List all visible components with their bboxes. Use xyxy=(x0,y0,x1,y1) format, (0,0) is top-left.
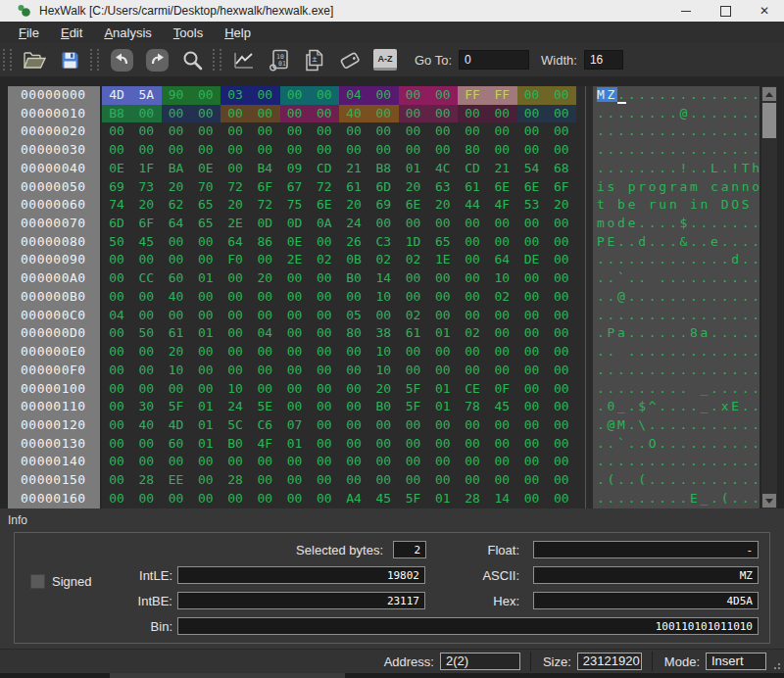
hex-byte[interactable]: 00 xyxy=(102,490,131,508)
hex-byte[interactable]: 20 xyxy=(162,178,191,197)
hex-byte[interactable]: 62 xyxy=(162,196,191,215)
hex-byte[interactable]: 00 xyxy=(102,122,131,141)
hex-byte[interactable]: 00 xyxy=(191,362,220,380)
hex-byte[interactable]: 00 xyxy=(191,105,220,123)
ascii-row[interactable]: .. ............. xyxy=(593,343,760,362)
hex-byte[interactable]: 00 xyxy=(250,86,279,105)
hex-byte[interactable]: 2E xyxy=(220,215,250,233)
hex-byte[interactable]: 26 xyxy=(339,233,368,252)
hex-byte[interactable]: 01 xyxy=(428,380,458,399)
hex-byte[interactable]: 00 xyxy=(220,453,250,471)
hex-byte[interactable]: 20 xyxy=(131,196,161,215)
hex-byte[interactable]: 00 xyxy=(310,380,339,399)
hex-byte[interactable]: 67 xyxy=(280,178,310,197)
hex-byte[interactable]: 01 xyxy=(428,490,458,508)
tags-button[interactable] xyxy=(337,47,363,73)
hex-byte[interactable]: 78 xyxy=(458,398,487,416)
hex-byte[interactable]: 00 xyxy=(280,471,310,490)
hex-byte[interactable]: 00 xyxy=(487,233,516,252)
hex-byte[interactable]: 00 xyxy=(280,490,310,508)
hex-byte[interactable]: 68 xyxy=(547,160,576,178)
hex-byte[interactable]: 00 xyxy=(280,343,310,362)
hex-byte[interactable]: 00 xyxy=(428,471,458,490)
hex-byte[interactable]: 61 xyxy=(458,178,487,197)
hex-byte[interactable]: A4 xyxy=(339,490,368,508)
hex-byte[interactable]: 00 xyxy=(428,435,458,454)
hex-byte[interactable]: 00 xyxy=(220,324,250,343)
hex-byte[interactable]: 10 xyxy=(487,269,516,288)
address-field[interactable]: 2(2) xyxy=(440,653,520,670)
hex-byte[interactable]: 00 xyxy=(517,122,547,141)
hex-byte[interactable]: 00 xyxy=(102,251,131,269)
ascii-row[interactable]: t be run in DOS xyxy=(593,196,760,215)
hex-byte[interactable]: 45 xyxy=(131,233,161,252)
mode-field[interactable]: Insert xyxy=(706,653,766,670)
hex-byte[interactable]: 65 xyxy=(191,215,220,233)
scroll-down-button[interactable] xyxy=(762,494,776,508)
hex-byte[interactable]: 00 xyxy=(428,105,458,123)
hex-byte[interactable]: 00 xyxy=(220,122,250,141)
hex-byte[interactable]: 00 xyxy=(368,435,398,454)
hex-byte[interactable]: 00 xyxy=(162,105,191,123)
hex-byte[interactable]: 00 xyxy=(517,324,547,343)
maximize-button[interactable] xyxy=(706,0,745,22)
ascii-row[interactable]: .............d.. xyxy=(593,251,760,269)
hex-byte[interactable]: 00 xyxy=(547,141,576,160)
hex-byte[interactable]: 02 xyxy=(310,251,339,269)
hex-byte[interactable]: 72 xyxy=(310,178,339,197)
hex-byte[interactable]: 00 xyxy=(428,122,458,141)
hex-byte[interactable]: 00 xyxy=(310,86,339,105)
hex-byte[interactable]: 00 xyxy=(310,453,339,471)
hex-byte[interactable]: 00 xyxy=(547,398,576,416)
hex-byte[interactable]: 64 xyxy=(487,251,516,269)
hex-byte[interactable]: 00 xyxy=(131,288,161,307)
hex-byte[interactable]: 6E xyxy=(310,196,339,215)
hex-byte[interactable]: 00 xyxy=(399,362,428,380)
hex-byte[interactable]: 1D xyxy=(399,233,428,252)
hex-byte[interactable]: 20 xyxy=(220,196,250,215)
ascii-row[interactable]: ......... _..... xyxy=(593,380,760,399)
hex-byte[interactable]: FF xyxy=(458,86,487,105)
hex-byte[interactable]: 00 xyxy=(131,141,161,160)
hex-byte[interactable]: 00 xyxy=(250,490,279,508)
scroll-up-button[interactable] xyxy=(762,87,776,101)
hex-byte[interactable]: 00 xyxy=(131,380,161,399)
hex-byte[interactable]: 2E xyxy=(280,251,310,269)
hex-byte[interactable]: EE xyxy=(162,471,191,490)
menu-tools[interactable]: Tools xyxy=(163,25,214,40)
hex-byte[interactable]: 00 xyxy=(547,343,576,362)
hex-byte[interactable]: 00 xyxy=(280,141,310,160)
hex-byte[interactable]: 00 xyxy=(102,380,131,399)
hex-byte[interactable]: 05 xyxy=(339,307,368,325)
hex-byte[interactable]: 00 xyxy=(399,343,428,362)
hex-byte[interactable]: 00 xyxy=(220,490,250,508)
hex-byte[interactable]: 6D xyxy=(102,215,131,233)
ascii-row[interactable]: ................ xyxy=(593,362,760,380)
hex-byte[interactable]: 6F xyxy=(250,178,279,197)
hex-byte[interactable]: 00 xyxy=(517,86,547,105)
hex-byte[interactable]: 40 xyxy=(339,105,368,123)
hex-byte[interactable]: 1E xyxy=(428,251,458,269)
hex-byte[interactable]: 24 xyxy=(339,215,368,233)
hex-byte[interactable]: 64 xyxy=(220,233,250,252)
hex-byte[interactable]: 69 xyxy=(102,178,131,197)
hex-byte[interactable]: 00 xyxy=(310,490,339,508)
hex-byte[interactable]: 20 xyxy=(339,196,368,215)
open-file-button[interactable] xyxy=(22,47,47,73)
ascii-row[interactable]: ................ xyxy=(593,453,760,471)
hex-byte[interactable]: 00 xyxy=(487,435,516,454)
hex-byte[interactable]: 20 xyxy=(428,196,458,215)
ascii-row[interactable]: mode....$....... xyxy=(593,215,760,233)
hex-byte[interactable]: 00 xyxy=(131,362,161,380)
hex-byte[interactable]: DE xyxy=(517,251,547,269)
hex-byte[interactable]: 00 xyxy=(547,215,576,233)
hex-byte[interactable]: 00 xyxy=(131,122,161,141)
hex-byte[interactable]: 40 xyxy=(162,288,191,307)
hex-byte[interactable]: 00 xyxy=(102,141,131,160)
hex-byte[interactable]: 00 xyxy=(310,307,339,325)
hex-byte[interactable]: 00 xyxy=(517,288,547,307)
ascii-row[interactable]: .........E_.(... xyxy=(593,490,760,508)
hex-byte[interactable]: 10 xyxy=(220,380,250,399)
hex-byte[interactable]: 6E xyxy=(399,196,428,215)
hex-byte[interactable]: 00 xyxy=(191,86,220,105)
